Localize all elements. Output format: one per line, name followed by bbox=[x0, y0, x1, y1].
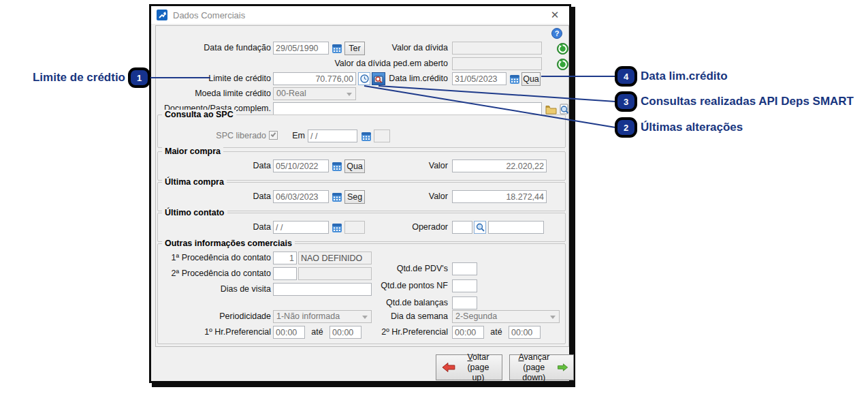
proc1-code-input[interactable] bbox=[273, 252, 297, 264]
chevron-down-icon bbox=[550, 316, 556, 319]
documento-pasta-input[interactable] bbox=[273, 102, 542, 115]
calendar-icon[interactable] bbox=[359, 130, 372, 142]
hr2-preferencial-label: 2º Hr.Preferencial bbox=[334, 326, 448, 339]
data-lim-credito-input[interactable] bbox=[452, 72, 507, 85]
qtd-pontos-nf-input[interactable] bbox=[452, 279, 477, 292]
operador-code-input[interactable] bbox=[452, 221, 472, 234]
spc-liberado-label: SPC liberado bbox=[157, 130, 266, 142]
window-title: Dados Comerciais bbox=[173, 10, 245, 20]
ultimo-contato-data-input[interactable] bbox=[273, 221, 329, 234]
group-consulta-spc-title: Consulta ao SPC bbox=[162, 110, 236, 119]
voltar-initial: V bbox=[467, 352, 472, 362]
maior-compra-data-input[interactable] bbox=[273, 159, 329, 172]
check-icon bbox=[271, 132, 276, 137]
moeda-limite-value: 00-Real bbox=[276, 89, 306, 98]
valor-divida-input[interactable] bbox=[452, 42, 542, 55]
hr2-from-input[interactable] bbox=[452, 326, 484, 339]
operador-name-input[interactable] bbox=[488, 221, 544, 234]
voltar-rest: oltar bbox=[472, 352, 489, 362]
refresh-icon[interactable] bbox=[556, 42, 569, 55]
arrow-left-icon bbox=[442, 362, 456, 373]
group-maior-compra-title: Maior compra bbox=[162, 147, 223, 156]
hr1-from-input[interactable] bbox=[273, 326, 305, 339]
annotation-badge-4: 4 bbox=[615, 66, 637, 87]
annotation-badge-2: 2 bbox=[615, 117, 637, 138]
hr1-ate-label: até bbox=[307, 326, 327, 339]
dia-semana-value: 2-Segunda bbox=[455, 311, 497, 321]
group-outras-informacoes-title: Outras informações comerciais bbox=[162, 239, 295, 248]
close-icon[interactable]: ✕ bbox=[549, 9, 561, 21]
valor-divida-aberto-input[interactable] bbox=[452, 57, 542, 70]
dia-semana-label: Dia da semana bbox=[334, 310, 448, 323]
data-fundacao-input[interactable] bbox=[273, 42, 329, 55]
qtd-balancas-input[interactable] bbox=[452, 296, 477, 309]
limite-credito-label: Limite de crédito bbox=[157, 72, 271, 85]
annotation-badge-3: 3 bbox=[615, 91, 637, 112]
screenshot-canvas: Dados Comerciais ✕ ? Data de fundação Te… bbox=[0, 0, 868, 396]
calendar-icon[interactable] bbox=[508, 72, 521, 85]
dias-visita-label: Dias de visita bbox=[157, 283, 271, 296]
spc-em-date-input[interactable] bbox=[308, 130, 357, 142]
qtd-pdv-input[interactable] bbox=[452, 262, 477, 275]
proc2-label: 2ª Procedência do contato bbox=[157, 267, 271, 280]
voltar-sub: (page up) bbox=[467, 363, 489, 382]
avancar-button[interactable]: Avançar (page down) bbox=[509, 354, 574, 380]
data-lim-credito-label: Data lim.crédito bbox=[329, 72, 448, 85]
avancar-initial: A bbox=[518, 352, 524, 362]
spc-liberado-checkbox[interactable] bbox=[269, 131, 278, 140]
arrow-right-icon bbox=[557, 362, 568, 373]
ultima-compra-valor-label: Valor bbox=[329, 190, 448, 203]
maior-compra-data-label: Data bbox=[157, 159, 271, 172]
avancar-sub: (page down) bbox=[522, 363, 545, 382]
spc-em-weekday-box bbox=[374, 130, 390, 142]
dia-semana-select[interactable]: 2-Segunda bbox=[452, 310, 560, 323]
ultima-compra-valor-input[interactable] bbox=[452, 190, 547, 203]
annotation-label-limite-credito: Limite de crédtio bbox=[3, 71, 125, 85]
document-search-icon[interactable] bbox=[558, 102, 570, 115]
qtd-balancas-label: Qtd.de balanças bbox=[334, 296, 448, 309]
moeda-limite-label: Moeda limite crédito bbox=[157, 87, 271, 100]
qtd-pontos-nf-label: Qtd.de pontos NF bbox=[334, 279, 448, 292]
valor-divida-aberto-label: Valor da dívida ped.em aberto bbox=[329, 57, 448, 70]
refresh-icon[interactable] bbox=[556, 58, 569, 71]
ultimo-contato-data-label: Data bbox=[157, 221, 271, 234]
moeda-limite-select[interactable]: 00-Real bbox=[273, 87, 356, 100]
search-icon[interactable] bbox=[474, 221, 486, 234]
annotation-label-consultas-api: Consultas realizadas API Deps SMART bbox=[641, 95, 854, 108]
ultima-compra-data-input[interactable] bbox=[273, 190, 329, 203]
annotation-label-data-lim-credito: Data lim.crédito bbox=[641, 70, 728, 83]
avancar-button-label: Avançar (page down) bbox=[515, 352, 553, 383]
help-icon[interactable]: ? bbox=[551, 28, 562, 39]
data-fundacao-label: Data de fundação bbox=[157, 42, 271, 55]
ultima-compra-data-label: Data bbox=[157, 190, 271, 203]
dados-comerciais-dialog: Dados Comerciais ✕ ? Data de fundação Te… bbox=[149, 4, 571, 383]
annotation-label-ultimas-alteracoes: Últimas alterações bbox=[641, 121, 743, 134]
periodicidade-label: Periodicidade bbox=[157, 310, 271, 323]
qtd-pdv-label: Qtd.de PDV's bbox=[334, 262, 448, 275]
app-icon bbox=[157, 10, 167, 20]
periodicidade-value: 1-Não informada bbox=[276, 311, 340, 321]
proc2-code-input[interactable] bbox=[273, 267, 297, 280]
proc1-label: 1ª Procedência do contato bbox=[157, 252, 271, 264]
operador-label: Operador bbox=[329, 221, 448, 234]
spc-em-label: Em bbox=[289, 130, 305, 142]
valor-divida-label: Valor da dívida bbox=[329, 42, 448, 55]
maior-compra-valor-input[interactable] bbox=[452, 159, 547, 172]
data-lim-credito-weekday-button[interactable]: Qua bbox=[521, 72, 541, 86]
hr1-preferencial-label: 1º Hr.Preferencial bbox=[157, 326, 271, 339]
group-ultima-compra-title: Última compra bbox=[162, 177, 227, 187]
group-ultimo-contato-title: Último contato bbox=[162, 208, 227, 217]
hr2-to-input[interactable] bbox=[509, 326, 541, 339]
annotation-badge-1: 1 bbox=[128, 67, 150, 88]
voltar-button-label: Voltar (page up) bbox=[460, 352, 496, 383]
voltar-button[interactable]: Voltar (page up) bbox=[436, 354, 502, 380]
chevron-down-icon bbox=[347, 93, 352, 96]
titlebar: Dados Comerciais ✕ bbox=[151, 6, 569, 25]
hr2-ate-label: até bbox=[486, 326, 507, 339]
maior-compra-valor-label: Valor bbox=[329, 159, 448, 172]
form-panel: ? Data de fundação Ter Valor da dívida V… bbox=[155, 25, 569, 347]
avancar-rest: vançar bbox=[524, 352, 550, 362]
